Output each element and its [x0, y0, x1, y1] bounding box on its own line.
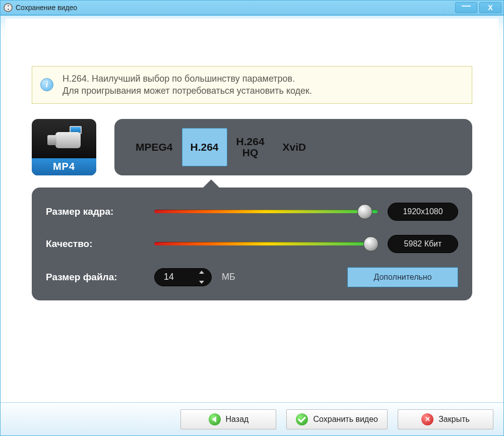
file-size-label: Размер файла:	[46, 272, 144, 283]
format-badge: MP4	[32, 158, 96, 175]
codec-option-mpeg4[interactable]: MPEG4	[127, 128, 182, 166]
quality-slider[interactable]	[154, 238, 377, 250]
frame-size-value: 1920x1080	[388, 203, 458, 221]
quality-row: Качество: 5982 Кбит	[46, 235, 458, 253]
titlebar: Сохранение видео — X	[0, 0, 504, 15]
camcorder-icon	[46, 125, 82, 149]
frame-size-row: Размер кадра: 1920x1080	[46, 203, 458, 221]
quality-label: Качество:	[46, 238, 144, 250]
bottom-bar: Назад Сохранить видео Закрыть	[1, 402, 503, 435]
slider-thumb[interactable]	[363, 236, 379, 252]
info-text: H.264. Наилучший выбор по большинству па…	[62, 73, 312, 97]
codec-option-h264hq[interactable]: H.264 HQ	[227, 128, 274, 166]
close-button-label: Закрыть	[438, 415, 470, 424]
panel-pointer	[202, 179, 220, 189]
save-button-label: Сохранить видео	[313, 415, 378, 424]
close-icon	[421, 413, 433, 425]
file-size-row: Размер файла: 14 МБ Дополнительно	[46, 267, 458, 287]
stepper-up-icon[interactable]	[199, 271, 204, 274]
dialog-body: i H.264. Наилучший выбор по большинству …	[0, 15, 504, 436]
settings-panel: Размер кадра: 1920x1080 Качество: 5982 К…	[32, 188, 472, 300]
window-close-button[interactable]: X	[479, 2, 501, 13]
slider-thumb[interactable]	[357, 204, 372, 219]
file-size-value: 14	[164, 272, 174, 282]
format-icon[interactable]: MP4	[32, 119, 96, 175]
back-button-label: Назад	[226, 415, 249, 424]
stepper-down-icon[interactable]	[199, 281, 204, 284]
info-line-1: H.264. Наилучший выбор по большинству па…	[62, 74, 295, 84]
info-banner: i H.264. Наилучший выбор по большинству …	[32, 66, 472, 104]
close-button[interactable]: Закрыть	[398, 409, 493, 429]
app-icon	[4, 3, 13, 12]
advanced-button[interactable]: Дополнительно	[347, 267, 458, 287]
format-row: MP4 MPEG4 H.264 H.264 HQ XviD	[32, 119, 472, 175]
frame-size-label: Размер кадра:	[46, 206, 144, 217]
minimize-button[interactable]: —	[455, 2, 477, 13]
file-size-stepper[interactable]: 14	[154, 268, 212, 286]
file-size-unit: МБ	[222, 272, 235, 282]
back-button[interactable]: Назад	[180, 409, 276, 429]
content-area: i H.264. Наилучший выбор по большинству …	[6, 19, 498, 400]
save-video-button[interactable]: Сохранить видео	[286, 409, 388, 429]
info-line-2: Для проигрывания может потребоваться уст…	[62, 86, 312, 96]
codec-selector: MPEG4 H.264 H.264 HQ XviD	[114, 119, 472, 175]
frame-size-slider[interactable]	[154, 206, 377, 218]
window-title: Сохранение видео	[16, 4, 77, 12]
codec-option-xvid[interactable]: XviD	[274, 128, 316, 166]
back-arrow-icon	[209, 413, 221, 425]
codec-option-h264[interactable]: H.264	[182, 128, 227, 166]
info-icon: i	[40, 78, 53, 91]
quality-value: 5982 Кбит	[388, 235, 458, 253]
check-icon	[296, 413, 308, 425]
